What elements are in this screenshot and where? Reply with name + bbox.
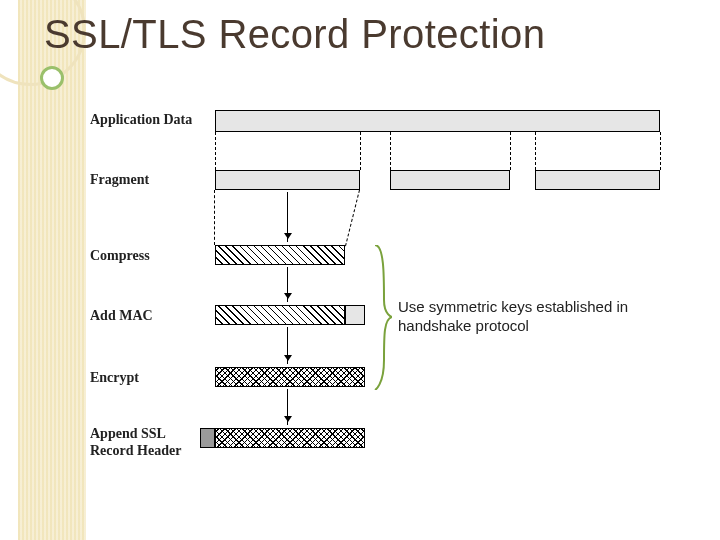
diagram: Application Data Fragment Compress Add M… [90, 110, 690, 490]
step-label-application-data: Application Data [90, 112, 210, 128]
brace-icon [372, 245, 392, 390]
record-payload-box [215, 428, 365, 448]
encrypt-box [215, 367, 365, 387]
slide: SSL/TLS Record Protection Application Da… [0, 0, 720, 540]
compress-box [215, 245, 345, 265]
application-data-box [215, 110, 660, 132]
fragment-dash-0 [215, 132, 216, 170]
step-label-encrypt: Encrypt [90, 370, 210, 386]
step-label-fragment: Fragment [90, 172, 210, 188]
arrow-fragment-to-compress [287, 192, 288, 242]
step-label-append-header-line2: Record Header [90, 443, 181, 458]
slide-title: SSL/TLS Record Protection [44, 12, 545, 57]
step-label-append-header-line1: Append SSL [90, 426, 166, 441]
record-header-box [200, 428, 215, 448]
fragment-dash-3 [510, 132, 511, 170]
ornament-band [18, 0, 86, 540]
arrow-encrypt-to-header [287, 389, 288, 425]
step-label-append-header: Append SSL Record Header [90, 426, 210, 460]
arrow-mac-to-encrypt [287, 327, 288, 364]
fragment-box-2 [390, 170, 510, 190]
fragment-dash-2 [390, 132, 391, 170]
mac-data-box [215, 305, 345, 325]
fragment-dash-1 [360, 132, 361, 170]
arrow-compress-to-mac [287, 267, 288, 302]
fragment-dash-4 [535, 132, 536, 170]
compress-slant-left [214, 190, 215, 245]
ornament-ring-small [40, 66, 64, 90]
step-label-compress: Compress [90, 248, 210, 264]
mac-tag-box [345, 305, 365, 325]
fragment-box-3 [535, 170, 660, 190]
compress-slant-right [345, 190, 360, 247]
step-label-add-mac: Add MAC [90, 308, 210, 324]
annotation-symmetric-keys: Use symmetric keys established in handsh… [398, 298, 668, 336]
fragment-dash-5 [660, 132, 661, 170]
fragment-box-1 [215, 170, 360, 190]
